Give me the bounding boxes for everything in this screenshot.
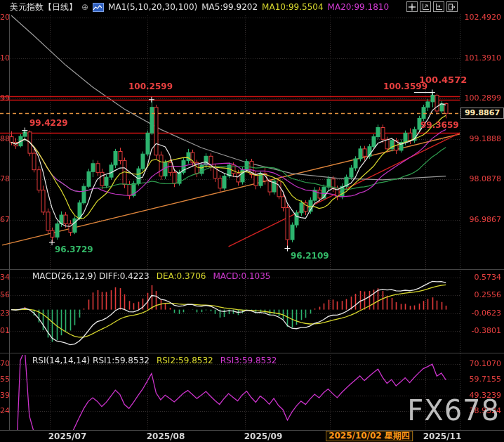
price-marker-label: 100.4572 [419,74,467,85]
price-axis-label: 100.2899 [465,93,502,103]
expand-plus-icon[interactable]: ⊕ [81,2,88,12]
zoom-axis-icon[interactable] [420,1,431,12]
ma-settings-label: MA1(5,10,20,30,100) [108,2,197,12]
ma20-value: MA20:99.1810 [328,2,390,12]
macd-dea-value: DEA:0.3706 [157,271,206,281]
rsi1-value: RSI(14,14,14) RSI1:59.8532 [32,356,150,365]
price-marker-label: 100.2599 [128,82,173,91]
macd-axis-label-clipped: 34 [0,273,9,282]
price-axis-label-clipped: 10 [0,53,9,63]
chart-toolbar [406,1,458,12]
exit-panel-icon[interactable] [446,1,458,12]
crosshair-icon[interactable] [406,1,418,12]
rsi-pane-header: RSI(14,14,14) RSI1:59.8532 RSI2:59.8532 … [32,356,277,365]
rsi-axis-label-clipped: 24 [0,406,9,415]
xaxis-month-label: 2025/11 [423,431,461,441]
price-axis-label: 98.0878 [470,174,502,183]
macd-axis-label: 0.2556 [475,290,502,299]
rsi-axis-label: 70.1070 [470,359,502,368]
macd-axis-label: 0.5734 [475,273,502,282]
ma5-value: MA5:99.9202 [201,2,258,12]
price-marker-label: 99.3659 [420,120,459,130]
rsi-axis-label-clipped: 39 [0,391,9,400]
last-price-tag: 99.8867 [460,108,504,119]
ma10-value: MA10:99.5504 [262,2,324,12]
pan-axis-icon[interactable] [433,1,444,12]
rsi-axis-label-clipped: 70 [0,359,9,368]
xaxis-month-label: 2025/07 [48,431,86,441]
rsi-axis-label-clipped: 55 [0,375,9,384]
price-marker-label: 96.3729 [55,245,93,254]
macd-axis-label: -0.3801 [472,326,501,335]
price-axis-label: 96.9867 [470,215,502,224]
watermark-logo: FX678 [407,394,500,427]
price-axis-label-clipped: 88 [0,134,9,143]
price-axis-label-clipped: 78 [0,174,9,183]
rsi-axis-label: 59.7155 [470,375,502,384]
macd-axis-label-clipped: 23 [0,308,9,318]
xaxis-month-label: 2025/09 [244,431,282,441]
macd-pane-header: MACD(26,12,9) DIFF:0.4223 DEA:0.3706 MAC… [32,271,271,281]
price-axis-label-clipped: 67 [0,215,9,224]
price-axis-label-clipped: 99 [0,93,9,103]
rsi3-value: RSI3:59.8532 [220,356,277,365]
macd-diff-value: MACD(26,12,9) DIFF:0.4223 [32,271,150,281]
chart-canvas[interactable] [0,0,504,442]
macd-hist-value: MACD:0.1035 [213,271,271,281]
dollar-index-chart-window: 美元指数【日线】 ⊕ MA1(5,10,20,30,100) MA5:99.92… [0,0,504,442]
xaxis-month-label: 2025/08 [147,431,185,441]
chart-type-icon[interactable] [93,3,104,12]
macd-axis-label-clipped: 01 [0,326,9,335]
price-marker-label: 99.4229 [29,118,68,128]
macd-axis-label: -0.0623 [472,308,501,318]
price-axis-label: 99.1888 [470,134,502,143]
macd-axis-label-clipped: 56 [0,290,9,299]
price-axis-label: 101.3910 [465,53,502,63]
instrument-title: 美元指数【日线】 [10,1,77,13]
selected-date-tag: 2025/10/02 星期四 [326,431,413,441]
rsi2-value: RSI2:59.8532 [157,356,213,365]
price-marker-label: 96.2109 [291,251,329,261]
